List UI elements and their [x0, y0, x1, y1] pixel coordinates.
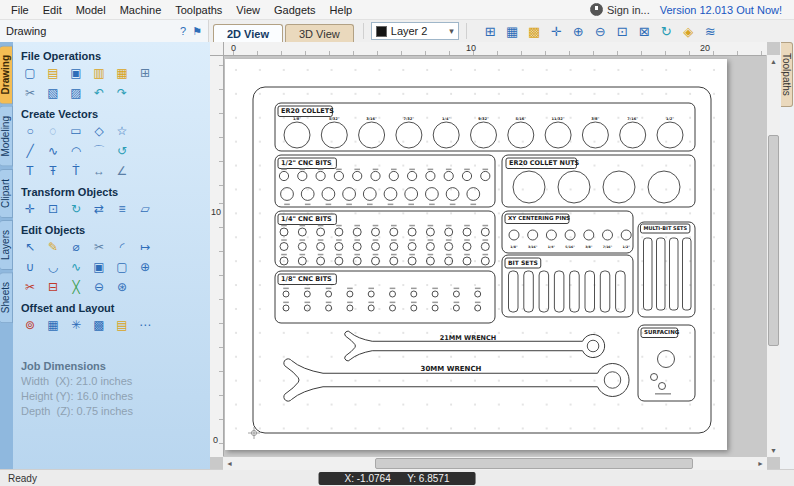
trim-vectors-icon[interactable]: ✂	[21, 278, 39, 296]
drawing-svg[interactable]: ER20 COLLETS1/8"5/32"3/16"7/32"1/4"9/32"…	[225, 59, 727, 450]
rotate-icon[interactable]: ↻	[67, 200, 85, 218]
vertical-ruler[interactable]: 10 0	[210, 55, 224, 457]
toolpath-preview-icon[interactable]: ≋	[702, 23, 719, 40]
draw-spiral-icon[interactable]: ↺	[113, 142, 131, 160]
copy-along-vector-icon[interactable]: ⋯	[136, 316, 154, 334]
dimension-icon[interactable]: ↔	[90, 162, 108, 180]
array-copy-icon[interactable]: ▦	[44, 316, 62, 334]
horizontal-scrollbar[interactable]: ◄ ►	[223, 456, 767, 470]
scissors-tool-icon[interactable]: ✂	[90, 238, 108, 256]
menu-file[interactable]: File	[4, 2, 36, 18]
scroll-right-icon[interactable]: ►	[754, 457, 767, 470]
draw-polyline-icon[interactable]: ∿	[44, 142, 62, 160]
menu-help[interactable]: Help	[323, 2, 360, 18]
join-vectors-icon[interactable]: ∪	[21, 258, 39, 276]
angle-dimension-icon[interactable]: ∠	[113, 162, 131, 180]
draw-arc-icon[interactable]: ◠	[67, 142, 85, 160]
alignment-icon[interactable]: ≡	[113, 200, 131, 218]
side-tab-layers[interactable]: Layers	[0, 220, 13, 270]
sign-in-button[interactable]: Sign in...	[590, 3, 650, 16]
undo-icon[interactable]: ↶	[90, 84, 108, 102]
side-tab-clipart[interactable]: Clipart	[0, 169, 13, 218]
menu-model[interactable]: Model	[69, 2, 113, 18]
node-edit-icon[interactable]: ✎	[44, 238, 62, 256]
text-on-curve-icon[interactable]: Ṫ	[67, 162, 85, 180]
job-setup-icon[interactable]: ⊞	[482, 23, 499, 40]
circular-copy-icon[interactable]: ✳	[67, 316, 85, 334]
refresh-view-icon[interactable]: ↻	[658, 23, 675, 40]
menu-machine[interactable]: Machine	[113, 2, 169, 18]
side-tab-sheets[interactable]: Sheets	[0, 272, 13, 323]
text-box-icon[interactable]: Ŧ	[44, 162, 62, 180]
slice-vectors-icon[interactable]: ╳	[67, 278, 85, 296]
select-tool-icon[interactable]: ↖	[21, 238, 39, 256]
scroll-left-icon[interactable]: ◄	[223, 457, 236, 470]
redo-icon[interactable]: ↷	[113, 84, 131, 102]
horizontal-ruler[interactable]: 0 10 20	[223, 42, 767, 56]
draw-star-icon[interactable]: ☆	[113, 122, 131, 140]
job-page[interactable]: ER20 COLLETS1/8"5/32"3/16"7/32"1/4"9/32"…	[225, 59, 727, 450]
move-selection-icon[interactable]: ✛	[21, 200, 39, 218]
zoom-extents-icon[interactable]: ⊠	[636, 23, 653, 40]
pan-icon[interactable]: ✛	[548, 23, 565, 40]
fillet-tool-icon[interactable]: ◜	[113, 238, 131, 256]
crop-vectors-icon[interactable]: ⊟	[44, 278, 62, 296]
side-tab-drawing[interactable]: Drawing	[0, 45, 13, 104]
mirror-icon[interactable]: ⇄	[90, 200, 108, 218]
menu-edit[interactable]: Edit	[36, 2, 69, 18]
zoom-out-icon[interactable]: ⊖	[592, 23, 609, 40]
menu-view[interactable]: View	[229, 2, 267, 18]
draw-polygon-icon[interactable]: ◇	[90, 122, 108, 140]
side-tab-modeling[interactable]: Modeling	[0, 106, 13, 167]
help-icon[interactable]: ?	[180, 25, 186, 38]
snap-grid-icon[interactable]: ▩	[526, 23, 543, 40]
ungroup-icon[interactable]: ▢	[113, 258, 131, 276]
grid-icon[interactable]: ▦	[504, 23, 521, 40]
tab-3d-view[interactable]: 3D View	[285, 24, 354, 42]
scroll-up-icon[interactable]: ▲	[767, 55, 780, 68]
cut-icon[interactable]: ✂	[21, 84, 39, 102]
tab-2d-view[interactable]: 2D View	[213, 24, 283, 42]
toolpaths-tab[interactable]: Toolpaths	[781, 42, 793, 107]
draw-rectangle-icon[interactable]: ▭	[67, 122, 85, 140]
distort-icon[interactable]: ▱	[136, 200, 154, 218]
weld-vectors-icon[interactable]: ⊕	[136, 258, 154, 276]
vertical-scrollbar[interactable]: ▲ ▼	[766, 55, 780, 457]
group-icon[interactable]: ▣	[90, 258, 108, 276]
boolean-subtract-icon[interactable]: ⊖	[90, 278, 108, 296]
horizontal-scroll-thumb[interactable]	[375, 458, 693, 469]
save-file-icon[interactable]: ▣	[67, 64, 85, 82]
curve-fit-icon[interactable]: ∿	[67, 258, 85, 276]
vertical-scroll-thumb[interactable]	[768, 135, 779, 346]
paste-icon[interactable]: ▨	[67, 84, 85, 102]
draw-line-icon[interactable]: ╱	[21, 142, 39, 160]
layer-dropdown[interactable]: Layer 2 ▾	[371, 22, 459, 40]
version-link[interactable]: Version 12.013 Out Now!	[660, 4, 782, 16]
wireframe-icon[interactable]: ◈	[680, 23, 697, 40]
offset-vectors-icon[interactable]: ⊚	[21, 316, 39, 334]
open-file-icon[interactable]: ▤	[44, 64, 62, 82]
import-vectors-icon[interactable]: ▥	[90, 64, 108, 82]
new-file-icon[interactable]: ▢	[21, 64, 39, 82]
three-point-arc-icon[interactable]: ⌒	[90, 142, 108, 160]
pin-icon[interactable]: ⚑	[192, 25, 202, 38]
zoom-window-icon[interactable]: ⊡	[614, 23, 631, 40]
menu-toolpaths[interactable]: Toolpaths	[168, 2, 229, 18]
set-size-icon[interactable]: ⊡	[44, 200, 62, 218]
export-vectors-icon[interactable]: ▦	[113, 64, 131, 82]
layout-icon[interactable]: ▤	[113, 316, 131, 334]
extend-tool-icon[interactable]: ↦	[136, 238, 154, 256]
measure-tool-icon[interactable]: ⌀	[67, 238, 85, 256]
copy-icon[interactable]: ▧	[44, 84, 62, 102]
menu-gadgets[interactable]: Gadgets	[267, 2, 323, 18]
nesting-icon[interactable]: ▩	[90, 316, 108, 334]
zoom-in-icon[interactable]: ⊕	[570, 23, 587, 40]
canvas-view[interactable]: ER20 COLLETS1/8"5/32"3/16"7/32"1/4"9/32"…	[223, 55, 767, 457]
draw-ellipse-icon[interactable]: ◌	[44, 122, 62, 140]
boolean-merge-icon[interactable]: ⊛	[113, 278, 131, 296]
print-icon[interactable]: ⊞	[136, 64, 154, 82]
draw-circle-icon[interactable]: ○	[21, 122, 39, 140]
scroll-down-icon[interactable]: ▼	[767, 444, 780, 457]
close-vector-icon[interactable]: ◡	[44, 258, 62, 276]
draw-text-icon[interactable]: T	[21, 162, 39, 180]
